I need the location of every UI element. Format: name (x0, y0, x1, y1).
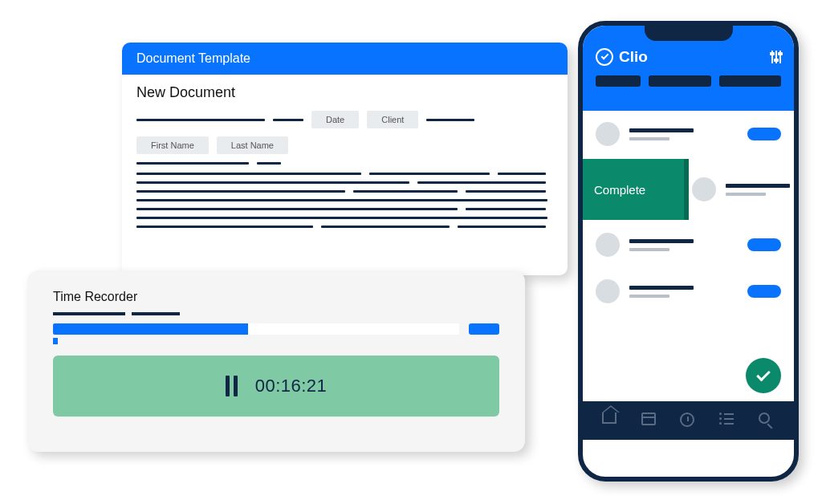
document-paragraphs (136, 173, 553, 228)
nav-clock-icon[interactable] (680, 413, 696, 429)
timer-progress-fill (53, 323, 248, 335)
nav-search-icon[interactable] (759, 413, 775, 429)
document-body: New Document Date Client First Name Last… (122, 75, 568, 228)
mobile-device: Clio Complete (578, 21, 799, 482)
placeholder-line (426, 119, 474, 121)
list-item-text (726, 184, 790, 196)
timer-title: Time Recorder (53, 290, 499, 304)
avatar (692, 177, 716, 201)
nav-home-icon[interactable] (602, 413, 618, 429)
list-item[interactable] (583, 111, 794, 157)
check-icon (756, 367, 771, 381)
placeholder-line (136, 162, 249, 165)
mobile-bottom-nav (583, 401, 794, 440)
timer-elapsed: 00:16:21 (255, 376, 328, 396)
mobile-tab-active[interactable] (596, 75, 641, 87)
document-template-card: Document Template New Document Date Clie… (122, 43, 568, 275)
mobile-list: Complete (583, 111, 794, 440)
timer-progress-bar[interactable] (53, 323, 459, 335)
mobile-tab[interactable] (719, 75, 781, 87)
brand-check-icon (596, 48, 613, 66)
brand-name: Clio (619, 48, 648, 66)
list-item-text (629, 128, 738, 140)
nav-calendar-icon[interactable] (641, 413, 657, 429)
complete-action[interactable]: Complete (583, 159, 684, 220)
placeholder-line (273, 119, 303, 121)
settings-icon[interactable] (771, 51, 781, 63)
placeholder-line (257, 162, 281, 165)
avatar (596, 233, 620, 257)
time-recorder-card: Time Recorder 00:16:21 (27, 270, 525, 452)
list-item-swiped[interactable]: Complete (583, 159, 794, 220)
mobile-tab[interactable] (649, 75, 710, 87)
avatar (596, 122, 620, 146)
brand-logo: Clio (596, 48, 648, 66)
placeholder-line (136, 119, 265, 121)
pause-icon (226, 376, 238, 396)
field-first-name[interactable]: First Name (136, 136, 209, 154)
document-header: Document Template (122, 43, 568, 75)
list-item-text (629, 239, 738, 251)
complete-label: Complete (594, 183, 645, 197)
list-item-badge[interactable] (747, 285, 781, 298)
field-date[interactable]: Date (311, 111, 359, 128)
fab-complete-button[interactable] (746, 358, 781, 393)
document-title: New Document (136, 84, 553, 101)
timer-tick-mark (53, 338, 58, 344)
timer-display[interactable]: 00:16:21 (53, 356, 499, 417)
mobile-tabs (596, 75, 781, 87)
list-item[interactable] (583, 222, 794, 268)
timer-subtitle-blocks (53, 312, 499, 315)
nav-list-icon[interactable] (719, 413, 735, 429)
phone-notch (645, 25, 733, 41)
avatar (596, 279, 620, 303)
timer-action-button[interactable] (469, 323, 499, 335)
list-item[interactable] (583, 268, 794, 315)
field-client[interactable]: Client (367, 111, 418, 128)
field-last-name[interactable]: Last Name (217, 136, 288, 154)
list-item-badge[interactable] (747, 238, 781, 251)
list-item-badge[interactable] (747, 128, 781, 140)
list-item-text (629, 286, 738, 298)
